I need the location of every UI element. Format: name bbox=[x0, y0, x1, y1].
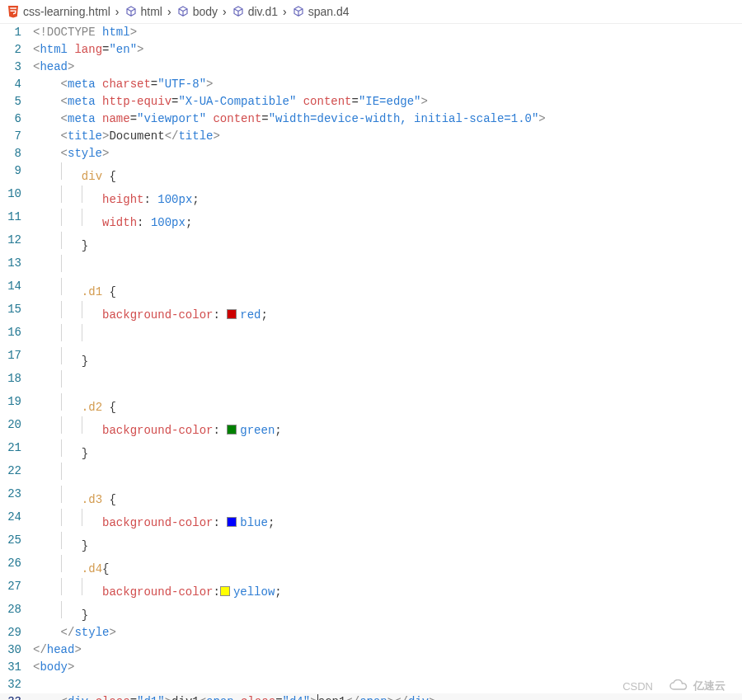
breadcrumb: css-learning.html › html › body › div.d1… bbox=[0, 0, 742, 24]
chevron-right-icon: › bbox=[223, 5, 227, 18]
code-line: 18 bbox=[0, 370, 742, 393]
breadcrumb-item-span[interactable]: span.d4 bbox=[292, 5, 350, 18]
breadcrumb-item-body[interactable]: body bbox=[176, 5, 218, 18]
code-line-active: 33 <div class="d1">div1<span class="d4">… bbox=[0, 693, 742, 700]
code-line: 27 background-color:yellow; bbox=[0, 578, 742, 601]
code-line: 14 .d1 { bbox=[0, 278, 742, 301]
code-line: 25 } bbox=[0, 532, 742, 555]
watermark-yisuyun: 亿速云 bbox=[668, 679, 726, 693]
code-line: 5 <meta http-equiv="X-UA-Compatible" con… bbox=[0, 93, 742, 110]
color-swatch-red[interactable] bbox=[227, 309, 237, 319]
code-line: 6 <meta name="viewport" content="width=d… bbox=[0, 110, 742, 128]
breadcrumb-item-html[interactable]: html bbox=[124, 5, 162, 18]
code-line: 22 bbox=[0, 463, 742, 486]
code-line: 7 <title>Document</title> bbox=[0, 128, 742, 145]
code-editor[interactable]: 1<!DOCTYPE html> 2<html lang="en"> 3<hea… bbox=[0, 24, 742, 700]
code-line: 30</head> bbox=[0, 641, 742, 659]
watermark-csdn: CSDN bbox=[622, 680, 653, 693]
code-line: 23 .d3 { bbox=[0, 486, 742, 509]
code-line: 16 bbox=[0, 324, 742, 347]
color-swatch-green[interactable] bbox=[227, 425, 237, 435]
chevron-right-icon: › bbox=[283, 5, 287, 18]
code-line: 8 <style> bbox=[0, 145, 742, 162]
code-line: 2<html lang="en"> bbox=[0, 41, 742, 59]
cube-icon bbox=[292, 5, 305, 18]
breadcrumb-item-file[interactable]: css-learning.html bbox=[7, 5, 110, 18]
color-swatch-yellow[interactable] bbox=[220, 586, 230, 596]
code-line: 19 .d2 { bbox=[0, 393, 742, 416]
code-line: 26 .d4{ bbox=[0, 555, 742, 578]
breadcrumb-item-div[interactable]: div.d1 bbox=[232, 5, 278, 18]
code-line: 31<body> bbox=[0, 659, 742, 676]
html5-icon bbox=[7, 5, 20, 18]
watermark: CSDN 亿速云 bbox=[622, 679, 726, 693]
code-line: 4 <meta charset="UTF-8"> bbox=[0, 76, 742, 93]
cube-icon bbox=[124, 5, 138, 18]
code-line: 17 } bbox=[0, 347, 742, 370]
code-line: 9 div { bbox=[0, 162, 742, 186]
cube-icon bbox=[232, 5, 245, 18]
code-line: 24 background-color: blue; bbox=[0, 509, 742, 532]
code-line: 20 background-color: green; bbox=[0, 416, 742, 439]
chevron-right-icon: › bbox=[167, 5, 171, 18]
chevron-right-icon: › bbox=[115, 5, 120, 18]
code-line: 11 width: 100px; bbox=[0, 209, 742, 232]
code-line: 10 height: 100px; bbox=[0, 186, 742, 209]
code-line: 12 } bbox=[0, 232, 742, 255]
cloud-icon bbox=[668, 679, 689, 693]
cube-icon bbox=[176, 5, 190, 18]
code-line: 28 } bbox=[0, 601, 742, 624]
code-line: 29 </style> bbox=[0, 624, 742, 641]
code-line: 3<head> bbox=[0, 59, 742, 76]
code-line: 1<!DOCTYPE html> bbox=[0, 24, 742, 41]
color-swatch-blue[interactable] bbox=[227, 517, 237, 527]
code-line: 13 bbox=[0, 255, 742, 278]
code-line: 15 background-color: red; bbox=[0, 301, 742, 324]
code-line: 21 } bbox=[0, 439, 742, 463]
